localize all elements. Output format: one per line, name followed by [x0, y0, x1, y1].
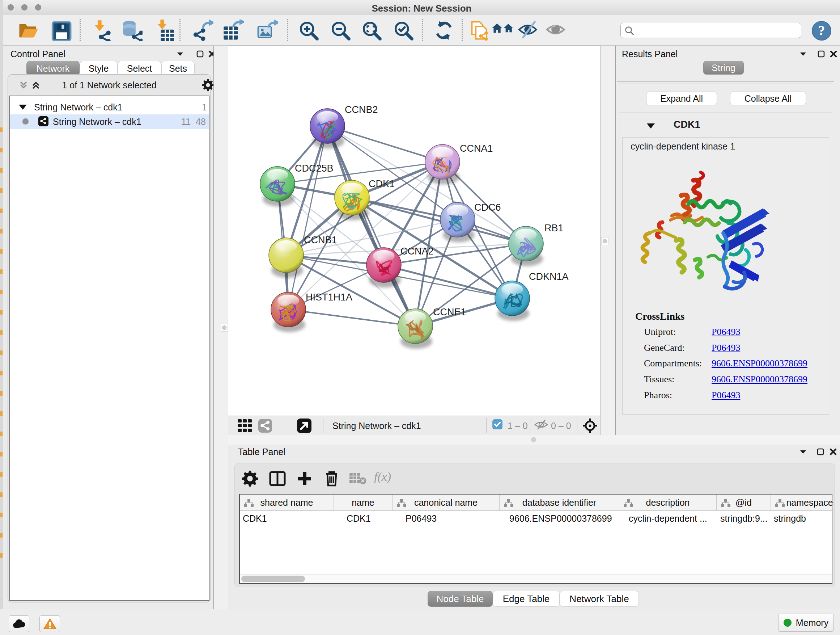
table-cell[interactable]: P06493: [406, 513, 498, 524]
column-header-description[interactable]: description: [619, 494, 717, 511]
crosslink-link[interactable]: 9606.ENSP00000378699: [712, 358, 807, 369]
tab-network-table[interactable]: Network Table: [560, 591, 639, 607]
birdseye-grid-icon[interactable]: [237, 418, 253, 434]
import-table-icon[interactable]: [152, 19, 175, 42]
bottom-splitter-handle[interactable]: [531, 437, 536, 442]
table-float-panel-icon[interactable]: [816, 448, 825, 456]
tab-network[interactable]: Network: [27, 61, 80, 76]
delete-column-icon[interactable]: [322, 469, 341, 488]
memory-button[interactable]: Memory: [778, 614, 834, 632]
gene-collapse-icon[interactable]: [647, 124, 655, 128]
collapse-all-button[interactable]: Collapse All: [730, 92, 806, 105]
table-scrollbar-thumb[interactable]: [241, 576, 305, 582]
table-scrollbar[interactable]: [240, 574, 832, 583]
zoom-fit-icon[interactable]: [360, 19, 383, 42]
split-view-icon[interactable]: [268, 469, 287, 488]
table-cell[interactable]: cyclin-dependent ...: [629, 513, 715, 524]
table-cell[interactable]: stringdb: [774, 513, 840, 524]
export-network-icon[interactable]: [191, 19, 214, 42]
network-canvas[interactable]: CCNB2CCNA1CDC25BCDK1CDC6RB1CCNB1CCNA2CDK…: [228, 46, 600, 435]
network-edge[interactable]: [327, 126, 442, 162]
table-cell[interactable]: 9606.ENSP00000378699: [509, 513, 618, 524]
bottom-splitter[interactable]: [228, 435, 840, 445]
network-node-CCNE1[interactable]: [398, 309, 433, 348]
results-float-menu-icon[interactable]: [799, 50, 807, 58]
column-header-canonicalname[interactable]: canonical name: [393, 494, 500, 511]
table-float-menu-icon[interactable]: [799, 448, 807, 456]
warnings-button[interactable]: [39, 616, 60, 632]
network-node-CCNA2[interactable]: [366, 248, 401, 287]
table-close-panel-icon[interactable]: [829, 448, 837, 456]
open-in-window-icon[interactable]: [296, 418, 312, 434]
crosslink-link[interactable]: P06493: [712, 342, 740, 353]
gene-section-header[interactable]: CDK1: [619, 113, 832, 137]
network-node-CCNB2[interactable]: [310, 109, 345, 149]
column-header-databaseidentifier[interactable]: database identifier: [500, 494, 619, 511]
zoom-out-icon[interactable]: [329, 19, 352, 42]
selected-checkbox-icon[interactable]: [493, 419, 502, 429]
right-splitter-handle[interactable]: [601, 237, 608, 245]
save-session-icon[interactable]: [49, 19, 73, 42]
tab-select[interactable]: Select: [118, 61, 161, 76]
help-button[interactable]: ?: [812, 21, 832, 41]
column-header-id[interactable]: @id: [717, 494, 771, 511]
network-node-CDKN1A[interactable]: [495, 281, 530, 321]
zoom-in-icon[interactable]: [297, 19, 320, 42]
crosslink-link[interactable]: P06493: [712, 390, 740, 401]
import-network-icon[interactable]: [89, 19, 112, 42]
left-splitter-handle[interactable]: [221, 324, 228, 332]
tab-string[interactable]: String: [703, 61, 744, 74]
export-image-icon[interactable]: [256, 19, 279, 42]
crosslink-link[interactable]: P06493: [712, 326, 740, 337]
column-header-sharedname[interactable]: shared name: [240, 494, 334, 511]
right-splitter[interactable]: [600, 46, 615, 435]
tab-sets[interactable]: Sets: [161, 61, 195, 76]
import-database-icon[interactable]: [120, 19, 143, 42]
refresh-icon[interactable]: [432, 19, 455, 42]
column-header-name[interactable]: name: [334, 494, 393, 511]
export-table-icon[interactable]: [221, 19, 245, 42]
float-panel-icon[interactable]: [196, 50, 204, 58]
cloud-button[interactable]: [9, 616, 29, 632]
network-node-CCNB1[interactable]: [269, 238, 303, 278]
network-edge[interactable]: [288, 310, 415, 326]
results-close-panel-icon[interactable]: [829, 50, 838, 58]
network-options-gear-icon[interactable]: [202, 79, 214, 92]
home-icon[interactable]: [491, 19, 514, 42]
hidden-eye-icon[interactable]: [534, 419, 548, 430]
network-node-CDK1[interactable]: [335, 180, 369, 220]
show-hide-graphics-icon[interactable]: [517, 19, 540, 42]
add-column-icon[interactable]: [295, 469, 314, 488]
tab-edge-table[interactable]: Edge Table: [493, 591, 560, 607]
search-input[interactable]: [638, 24, 797, 37]
table-cell[interactable]: stringdb:9...: [720, 513, 769, 524]
network-collection-row[interactable]: String Network – cdk1 1: [10, 100, 209, 114]
table-cell[interactable]: CDK1: [243, 513, 332, 524]
zoom-selected-icon[interactable]: [392, 19, 415, 42]
network-row-selected[interactable]: String Network – cdk1 11 48: [10, 114, 209, 129]
column-header-namespace[interactable]: namespace: [771, 494, 840, 511]
clone-network-icon[interactable]: [468, 19, 491, 42]
float-menu-icon[interactable]: [176, 50, 185, 58]
results-float-panel-icon[interactable]: [817, 50, 826, 58]
table-settings-gear-icon[interactable]: [240, 469, 259, 488]
fit-content-crosshair-icon[interactable]: [582, 418, 598, 434]
network-node-HIST1H1A[interactable]: [271, 292, 306, 332]
network-node-RB1[interactable]: [508, 226, 543, 266]
share-network-icon[interactable]: [257, 418, 273, 434]
level-of-detail-icon[interactable]: [545, 19, 568, 42]
collection-expand-icon[interactable]: [19, 105, 27, 110]
tab-style[interactable]: Style: [80, 61, 118, 76]
network-node-CDC6[interactable]: [440, 203, 475, 242]
open-session-icon[interactable]: [16, 19, 39, 42]
tab-node-table[interactable]: Node Table: [428, 591, 493, 607]
network-graph[interactable]: CCNB2CCNA1CDC25BCDK1CDC6RB1CCNB1CCNA2CDK…: [228, 46, 600, 416]
expand-all-button[interactable]: Expand All: [646, 92, 717, 105]
table-cell[interactable]: CDK1: [347, 513, 391, 524]
clear-table-icon[interactable]: [348, 469, 367, 488]
crosslink-link[interactable]: 9606.ENSP00000378699: [712, 374, 807, 385]
function-builder-icon[interactable]: f(x): [374, 470, 391, 484]
network-node-CCNA1[interactable]: [425, 144, 460, 184]
left-splitter[interactable]: [213, 46, 228, 609]
network-node-CDC25B[interactable]: [260, 166, 295, 206]
